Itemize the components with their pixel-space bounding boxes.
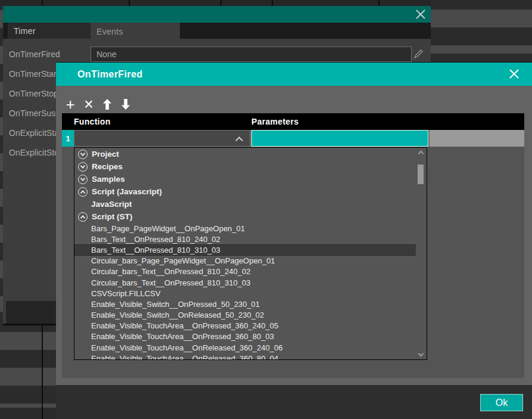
table-header: Function Parameters	[62, 113, 524, 130]
tab-label: Events	[97, 27, 123, 36]
item-label: Recipes	[92, 162, 123, 171]
function-list-item[interactable]: Enable_Visible_Switch__OnPressed_50_230_…	[74, 299, 416, 309]
action-toolbar: + ×	[64, 97, 132, 112]
background-rows	[431, 0, 532, 62]
event-row-label: OnTimerSusp	[9, 107, 60, 119]
close-icon[interactable]	[509, 69, 519, 79]
background-column-divider	[42, 0, 43, 6]
tree-node-item[interactable]: Samples	[74, 173, 416, 185]
tab-timer[interactable]: Timer	[8, 23, 91, 39]
delete-action-button[interactable]: ×	[82, 97, 95, 112]
chevron-up-circle-icon[interactable]	[78, 212, 88, 222]
function-combo[interactable]	[74, 130, 250, 147]
function-list-item[interactable]: Enable_Visible_Switch__OnReleased_50_230…	[74, 310, 416, 321]
tree-node-item[interactable]: Script (ST)	[74, 210, 416, 223]
event-row-label: OnExplicitSta	[9, 127, 59, 139]
function-list-item[interactable]: Enable_Visible_TouchArea__OnPressed_360_…	[74, 331, 416, 342]
dialog-body: + × Function Parameters 1	[56, 86, 532, 385]
chevron-down-circle-icon[interactable]	[78, 162, 88, 172]
dialog-title: OnTimerFired	[77, 63, 142, 86]
background-column-divider	[129, 0, 130, 6]
dialog-titlebar: OnTimerFired	[56, 63, 532, 86]
dialog-footer: Ok	[56, 385, 532, 419]
function-dropdown-list: ProjectRecipesSamplesScript (Javascript)…	[74, 147, 427, 360]
background-column-divider	[272, 0, 273, 6]
event-row-label: OnExplicitSto	[9, 147, 59, 159]
row-number-cell[interactable]: 1	[62, 130, 74, 147]
move-up-button[interactable]	[101, 97, 114, 112]
background-grid-line	[42, 325, 43, 419]
arrow-up-icon	[103, 99, 111, 110]
item-label: Enable_Visible_TouchArea__OnReleased_360…	[91, 343, 282, 352]
parameters-input[interactable]	[251, 130, 428, 147]
event-row-label: OnTimerFired	[9, 48, 60, 60]
column-header-function: Function	[74, 113, 111, 130]
event-row-label: OnTimerStop	[9, 88, 58, 100]
item-label: Bars_Text__OnPressed_810_240_02	[91, 235, 220, 244]
scroll-down-icon[interactable]	[418, 351, 424, 357]
tree-node-item[interactable]: Recipes	[74, 160, 416, 173]
event-row-label: OnTimerStart	[9, 68, 59, 80]
scrollbar-thumb[interactable]	[418, 165, 424, 184]
dropdown-scrollbar[interactable]	[416, 148, 426, 359]
item-label: Enable_Visible_TouchArea__OnReleased_360…	[91, 354, 278, 360]
function-list-item[interactable]: Circular_bars_Text__OnPressed_810_240_02	[74, 266, 416, 277]
add-action-button[interactable]: +	[64, 97, 77, 112]
item-label: Bars_Text__OnPressed_810_310_03	[91, 246, 220, 254]
table-empty-cell	[430, 130, 524, 147]
function-list-item[interactable]: Enable_Visible_TouchArea__OnReleased_360…	[74, 342, 416, 353]
item-label: Script (Javascript)	[92, 187, 162, 196]
tab-label: Timer	[14, 26, 36, 36]
chevron-down-circle-icon[interactable]	[78, 175, 88, 184]
tab-events[interactable]: Events	[91, 23, 180, 40]
tab-bar: Timer Events	[3, 23, 431, 39]
background-column-divider	[220, 0, 222, 6]
function-list-item[interactable]: Circular_bars_Page_PageWidget__OnPageOpe…	[74, 256, 416, 266]
tree-node-item[interactable]: Script (Javascript)	[74, 185, 416, 198]
item-label: Script (ST)	[92, 212, 132, 221]
event-action-field[interactable]: None	[91, 46, 412, 62]
function-list-item[interactable]: Bars_Page_PageWidget__OnPageOpen_01	[74, 223, 416, 234]
item-label: Project	[92, 150, 119, 159]
function-list-item[interactable]: CSVScript.FILLCSV	[74, 288, 416, 299]
chevron-up-circle-icon[interactable]	[78, 187, 88, 197]
timer-dialog-titlebar	[3, 6, 431, 23]
background-rows	[0, 325, 56, 419]
move-down-button[interactable]	[119, 97, 132, 112]
item-label: JavaScript	[91, 200, 132, 209]
item-label: Enable_Visible_TouchArea__OnPressed_360_…	[91, 332, 274, 341]
item-label: CSVScript.FILLCSV	[91, 289, 160, 298]
item-label: Circular_bars_Text__OnPressed_810_310_03	[91, 278, 250, 287]
dropdown-items: ProjectRecipesSamplesScript (Javascript)…	[74, 148, 416, 360]
item-label: Enable_Visible_Switch__OnReleased_50_230…	[91, 311, 264, 319]
arrow-down-icon	[122, 99, 130, 110]
item-label: Enable_Visible_Switch__OnPressed_50_230_…	[91, 300, 260, 309]
screen: Timer Events OnTimerFired None OnTimerSt…	[0, 0, 532, 419]
item-label: Samples	[92, 175, 125, 184]
item-label: Circular_bars_Page_PageWidget__OnPageOpe…	[91, 256, 275, 265]
close-icon[interactable]	[415, 9, 426, 20]
function-list-item[interactable]: Bars_Text__OnPressed_810_240_02	[74, 234, 416, 244]
edit-pencil-icon[interactable]	[412, 47, 425, 60]
item-label: Enable_Visible_TouchArea__OnPressed_360_…	[91, 321, 278, 330]
column-header-parameters: Parameters	[251, 113, 298, 130]
scroll-up-icon[interactable]	[418, 151, 424, 157]
function-list-item[interactable]: Enable_Visible_TouchArea__OnPressed_360_…	[74, 321, 416, 331]
item-label: Circular_bars_Text__OnPressed_810_240_02	[91, 267, 250, 276]
function-list-item[interactable]: Circular_bars_Text__OnPressed_810_310_03	[74, 277, 416, 288]
chevron-up-icon	[235, 136, 243, 144]
ontimerfired-dialog: OnTimerFired + × Function	[56, 62, 532, 419]
function-list-item[interactable]: Enable_Visible_TouchArea__OnReleased_360…	[74, 353, 416, 360]
tree-node-item[interactable]: Project	[74, 148, 416, 160]
function-list-item[interactable]: Bars_Text__OnPressed_810_310_03	[74, 244, 416, 255]
item-label: Bars_Page_PageWidget__OnPageOpen_01	[91, 224, 245, 233]
background-column-divider	[378, 0, 379, 6]
chevron-down-circle-icon[interactable]	[78, 150, 88, 159]
ok-button[interactable]: Ok	[480, 394, 523, 411]
tree-node-item[interactable]: JavaScript	[74, 198, 416, 210]
